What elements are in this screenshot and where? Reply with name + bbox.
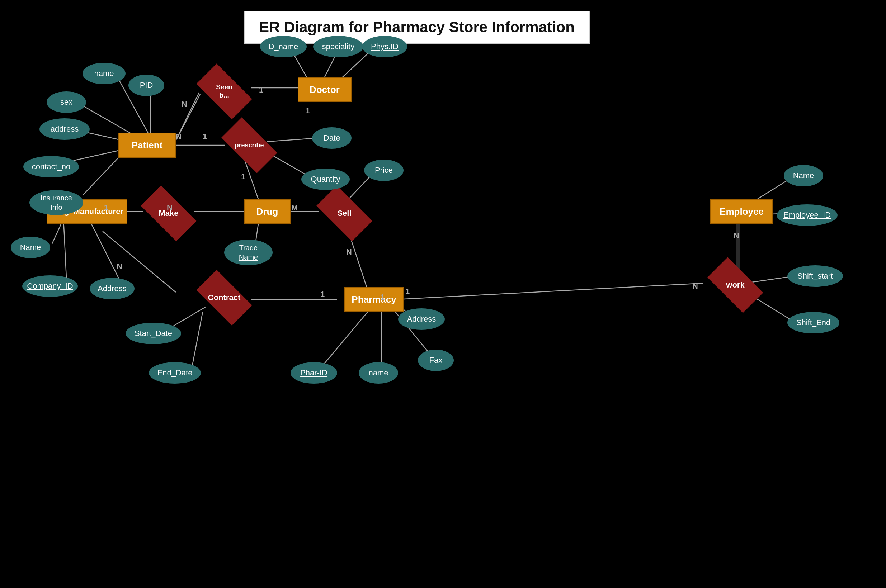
attr-prescribe-quantity: Quantity	[301, 168, 350, 190]
attr-patient-insurance: InsuranceInfo	[29, 190, 83, 215]
attr-patient-name: name	[83, 63, 126, 84]
card-prescribe-drug-1: 1	[241, 172, 245, 182]
attr-work-shiftstart: Shift_start	[787, 266, 843, 287]
card-sell-pharmacy-n: N	[346, 248, 352, 257]
attr-contract-enddate: End_Date	[149, 362, 201, 384]
card-employee-work-n: N	[734, 231, 739, 241]
card-drug-sell-m: M	[291, 203, 298, 212]
card-pharmacy-work-1: 1	[405, 287, 410, 296]
relationship-work: work	[710, 271, 760, 299]
card-work-pharmacy-1: 1	[380, 292, 384, 302]
card-contract-mfg-n: N	[117, 262, 122, 271]
svg-line-14	[267, 138, 318, 142]
entity-drug: Drug	[244, 199, 291, 224]
attr-emp-name: Name	[784, 165, 823, 186]
attr-emp-empid: Employee_ID	[776, 204, 838, 226]
attr-patient-sex: sex	[47, 92, 86, 113]
attr-mfg-name: Name	[11, 237, 50, 258]
attr-mfg-address: Address	[90, 278, 135, 299]
attr-patient-pid: PID	[128, 75, 164, 96]
card-seenby-doctor-1b: 1	[306, 106, 310, 116]
attr-drug-tradename: TradeName	[224, 240, 273, 266]
relationship-seen-by: Seenb...	[199, 77, 249, 106]
attr-prescribe-date: Date	[312, 127, 351, 149]
attr-doctor-dname: D_name	[260, 36, 307, 57]
entity-pharmacy: Pharmacy	[344, 287, 404, 312]
card-contract-pharmacy-1: 1	[320, 290, 324, 299]
svg-line-29	[398, 283, 703, 299]
relationship-sell: Sell	[319, 199, 369, 228]
svg-line-4	[70, 151, 119, 161]
attr-work-shiftend: Shift_End	[787, 312, 839, 333]
relationship-prescribe: prescribe	[224, 131, 275, 159]
card-seenby-doctor-1: 1	[259, 86, 263, 94]
entity-employee: Employee	[710, 199, 773, 224]
attr-contract-startdate: Start_Date	[126, 322, 181, 344]
card-sell-work-n: N	[692, 282, 698, 291]
attr-pharmacy-address: Address	[398, 308, 445, 330]
attr-pharmacy-pharid: Phar-ID	[291, 362, 337, 384]
relationship-contract: Contract	[199, 283, 249, 312]
attr-patient-contact: contact_no	[23, 156, 79, 177]
svg-line-35	[192, 312, 203, 368]
entity-doctor: Doctor	[298, 77, 351, 102]
svg-line-5	[83, 158, 119, 195]
attr-doctor-speciality: speciality	[313, 36, 363, 57]
attr-pharmacy-name: name	[359, 362, 398, 384]
card-patient-seenby-n: N	[182, 100, 187, 109]
svg-line-39	[321, 312, 368, 368]
entity-patient: Patient	[119, 133, 176, 158]
attr-sell-price: Price	[364, 159, 404, 181]
attr-patient-address: address	[39, 118, 90, 140]
card-patient-prescribe-1: 1	[203, 132, 207, 141]
card-make-mfg-1: 1	[104, 203, 108, 212]
attr-mfg-companyid: Company_ID	[22, 275, 78, 297]
attr-doctor-physid: Phys.ID	[362, 36, 407, 57]
card-patient-prescribe-n: N	[176, 132, 182, 141]
attr-pharmacy-fax: Fax	[418, 350, 454, 371]
